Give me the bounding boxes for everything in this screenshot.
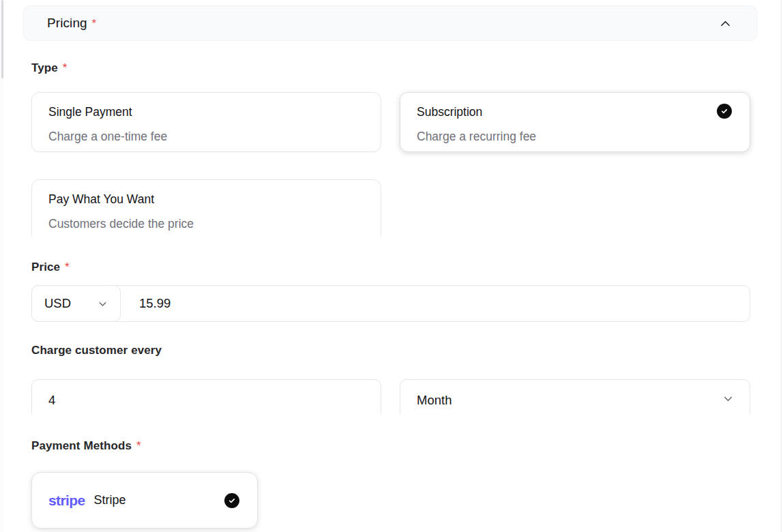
- left-scrollbar-thumb[interactable]: [1, 0, 3, 78]
- type-field-label: Type*: [31, 61, 68, 75]
- option-title: Subscription: [417, 104, 733, 119]
- option-description: Customers decide the price: [48, 216, 364, 231]
- pricing-panel: Pricing* Type* Single Payment Charge a o…: [0, 0, 782, 532]
- option-description: Charge a recurring fee: [417, 129, 733, 144]
- interval-unit-clip-wrapper: Month: [400, 379, 750, 418]
- check-circle-icon: [717, 104, 732, 119]
- required-asterisk: *: [63, 61, 68, 74]
- interval-unit-selected-value: Month: [417, 393, 452, 408]
- type-label-text: Type: [31, 61, 58, 74]
- option-title: Single Payment: [48, 104, 364, 119]
- stripe-logo: stripe: [48, 492, 85, 509]
- chevron-down-icon: [722, 392, 735, 405]
- payment-methods-label-text: Payment Methods: [31, 439, 132, 452]
- currency-select[interactable]: USD: [31, 285, 121, 322]
- required-asterisk: *: [92, 18, 96, 29]
- chevron-up-icon[interactable]: [719, 17, 732, 30]
- required-asterisk: *: [65, 261, 70, 274]
- price-input-group: USD: [31, 285, 750, 322]
- price-input[interactable]: [120, 286, 750, 321]
- type-option-pay-what-you-want[interactable]: Pay What You Want Customers decide the p…: [31, 179, 381, 240]
- currency-selected-value: USD: [44, 296, 71, 311]
- pricing-section-title: Pricing*: [47, 16, 96, 31]
- pricing-section-header[interactable]: Pricing*: [23, 5, 757, 41]
- payment-methods-field-label: Payment Methods*: [31, 439, 141, 453]
- price-field-label: Price*: [31, 261, 70, 274]
- left-scrollbar-track[interactable]: [0, 0, 3, 532]
- type-option-subscription[interactable]: Subscription Charge a recurring fee: [400, 92, 750, 152]
- interval-count-clip-wrapper: [31, 379, 381, 418]
- interval-field-label: Charge customer every: [31, 344, 162, 357]
- price-label-text: Price: [31, 261, 60, 274]
- option-description: Charge a one-time fee: [48, 129, 364, 144]
- required-asterisk: *: [136, 439, 141, 452]
- type-option-single-payment[interactable]: Single Payment Charge a one-time fee: [31, 92, 381, 152]
- option-title: Pay What You Want: [48, 192, 364, 207]
- chevron-down-icon: [97, 298, 108, 310]
- check-circle-icon: [224, 493, 239, 508]
- payment-method-stripe[interactable]: stripe Stripe: [31, 472, 258, 529]
- interval-unit-select[interactable]: Month: [400, 379, 750, 418]
- payment-method-name: Stripe: [94, 493, 126, 507]
- section-title-text: Pricing: [47, 16, 87, 30]
- interval-count-input[interactable]: [31, 379, 381, 418]
- type-option-clip-wrapper: Pay What You Want Customers decide the p…: [31, 179, 381, 240]
